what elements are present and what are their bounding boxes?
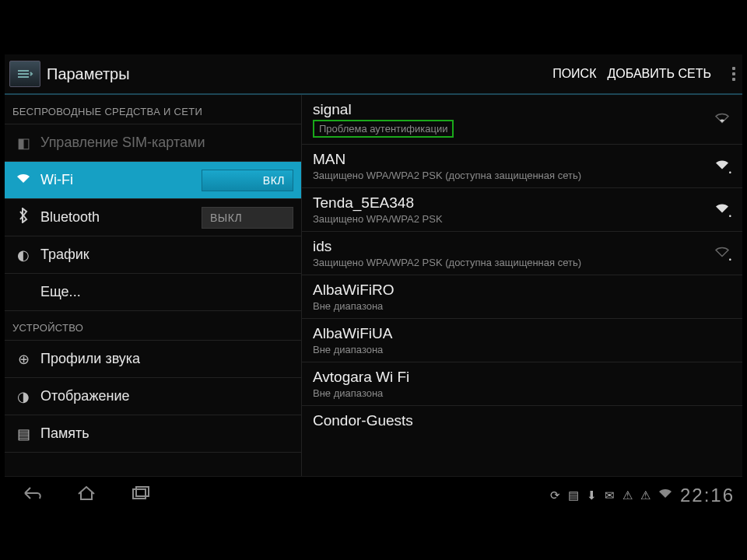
sidebar-item-label: Трафик [40,247,293,263]
warning-icon: ⚠ [622,488,633,502]
wifi-network-item[interactable]: AlbaWiFiUA Вне диапазона [302,319,742,362]
sidebar-item-label: Память [40,425,293,442]
add-network-button[interactable]: ДОБАВИТЬ СЕТЬ [608,67,712,81]
wifi-status: Вне диапазона [313,344,731,355]
download-icon: ⬇ [587,488,597,502]
status-tray[interactable]: ⟳ ▤ ⬇ ✉ ⚠ ⚠ 22:16 [550,485,742,506]
wifi-name: signal [313,101,731,118]
wifi-toggle[interactable]: ВКЛ [202,170,293,191]
wifi-name: AlbaWiFiUA [313,325,731,342]
wifi-status-icon [658,488,672,502]
section-wireless-label: БЕСПРОВОДНЫЕ СРЕДСТВА И СЕТИ [5,95,301,124]
sound-icon: ⊕ [12,351,34,368]
system-navbar: ⟳ ▤ ⬇ ✉ ⚠ ⚠ 22:16 [5,476,742,513]
wifi-status: Вне диапазона [313,387,731,399]
wifi-name: Condor-Guests [313,412,731,429]
sidebar-item-sim[interactable]: ◧ Управление SIM-картами [5,124,301,162]
app-header: Параметры ПОИСК ДОБАВИТЬ СЕТЬ [5,54,742,95]
wifi-signal-icon [714,245,730,261]
wifi-name: ids [313,238,731,255]
sidebar-item-label: Еще... [40,284,293,300]
back-button[interactable] [5,485,59,506]
search-button[interactable]: ПОИСК [552,67,596,81]
overflow-menu-button[interactable] [730,67,738,81]
mail-icon: ✉ [605,488,615,502]
sim-icon: ◧ [12,135,34,152]
wifi-status: Защищено WPA/WPA2 PSK (доступна защищенн… [313,170,731,181]
wifi-name: MAN [313,151,731,168]
storage-icon: ▤ [12,425,34,443]
clock: 22:16 [680,485,735,506]
wifi-network-item[interactable]: Tenda_5EA348 Защищено WPA/WPA2 PSK [302,188,742,232]
wifi-status-highlighted: Проблема аутентификации [313,120,454,138]
data-usage-icon: ◐ [12,247,34,264]
wifi-name: Tenda_5EA348 [313,194,731,212]
bluetooth-icon [12,208,34,227]
wifi-status: Защищено WPA/WPA2 PSK [313,213,731,225]
sidebar-item-sound[interactable]: ⊕ Профили звука [5,341,301,378]
wifi-network-item[interactable]: ids Защищено WPA/WPA2 PSK (доступна защи… [302,232,742,275]
wifi-status: Защищено WPA/WPA2 PSK (доступна защищенн… [313,257,731,268]
wifi-network-item[interactable]: AlbaWiFiRO Вне диапазона [302,275,742,319]
sidebar-item-more[interactable]: Еще... [5,274,301,311]
wifi-network-list: signal Проблема аутентификации MAN Защищ… [302,95,742,490]
sidebar-item-storage[interactable]: ▤ Память [5,415,301,453]
settings-icon [9,61,40,87]
sidebar-item-label: Профили звука [40,351,293,367]
recent-apps-button[interactable] [114,485,168,505]
sidebar-item-bluetooth[interactable]: Bluetooth ВЫКЛ [5,199,301,236]
sync-icon: ⟳ [550,488,560,502]
sd-icon: ▤ [568,488,579,502]
sidebar-item-wifi[interactable]: Wi-Fi ВКЛ [5,162,301,199]
wifi-network-item[interactable]: MAN Защищено WPA/WPA2 PSK (доступна защи… [302,145,742,188]
wifi-signal-icon [714,201,730,218]
sidebar-item-label: Wi-Fi [40,172,202,188]
wifi-signal-icon [714,111,730,128]
settings-sidebar: БЕСПРОВОДНЫЕ СРЕДСТВА И СЕТИ ◧ Управлени… [5,95,302,490]
bluetooth-toggle[interactable]: ВЫКЛ [202,207,293,229]
sidebar-item-label: Отображение [40,388,293,404]
section-device-label: УСТРОЙСТВО [5,311,301,341]
wifi-icon [12,172,34,188]
display-icon: ◑ [12,388,34,405]
wifi-network-item[interactable]: signal Проблема аутентификации [302,95,742,145]
sidebar-item-label: Bluetooth [40,209,202,226]
svg-rect-0 [133,489,146,499]
warning-icon: ⚠ [640,488,651,502]
sidebar-item-display[interactable]: ◑ Отображение [5,378,301,415]
svg-rect-1 [136,487,149,496]
sidebar-item-data[interactable]: ◐ Трафик [5,236,301,274]
home-button[interactable] [59,485,114,506]
header-actions: ПОИСК ДОБАВИТЬ СЕТЬ [552,67,738,81]
wifi-name: AlbaWiFiRO [313,282,731,299]
wifi-network-item[interactable]: Avtogara Wi Fi Вне диапазона [302,362,742,406]
sidebar-item-label: Управление SIM-картами [40,135,293,151]
wifi-name: Avtogara Wi Fi [313,369,731,386]
wifi-network-item[interactable]: Condor-Guests [302,406,742,436]
wifi-status: Вне диапазона [313,300,731,312]
page-title: Параметры [47,65,552,83]
wifi-signal-icon [714,158,730,174]
